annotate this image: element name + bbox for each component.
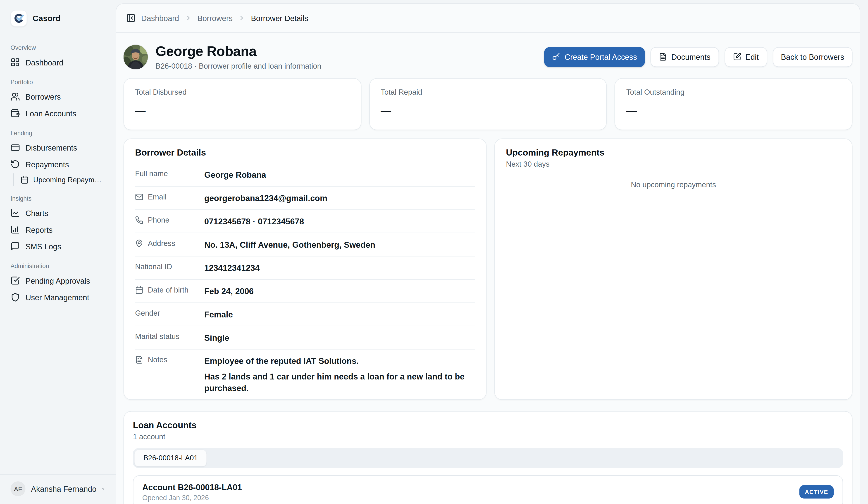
detail-row-date-of-birth: Date of birth Feb 24, 2006 (135, 279, 475, 303)
note-line: Has 2 lands and 1 car under him needs a … (204, 370, 475, 393)
detail-row-email: Email georgerobana1234@gmail.com (135, 187, 475, 210)
sidebar-item-borrowers[interactable]: Borrowers (6, 89, 111, 104)
sidebar-item-sms-logs[interactable]: SMS Logs (6, 239, 111, 254)
stat-value: — (381, 104, 595, 117)
sidebar-item-label: Loan Accounts (25, 109, 76, 118)
sidebar-item-pending-approvals[interactable]: Pending Approvals (6, 273, 111, 288)
loan-account-title: Account B26-00018-LA01 (142, 482, 242, 492)
loan-account-row[interactable]: Account B26-00018-LA01 Opened Jan 30, 20… (133, 475, 843, 504)
detail-label: Phone (135, 215, 204, 224)
app-root: Casord Overview Dashboard Portfolio Borr… (0, 0, 868, 504)
page-header: George Robana B26-00018 · Borrower profi… (124, 44, 852, 70)
button-label: Back to Borrowers (781, 52, 844, 61)
sidebar-nav: Overview Dashboard Portfolio Borrowers L… (0, 36, 116, 474)
section-label-portfolio: Portfolio (10, 79, 116, 85)
breadcrumb: Dashboard Borrowers Borrower Details (116, 4, 860, 33)
section-label-administration: Administration (10, 263, 116, 269)
file-text-icon (659, 53, 667, 61)
card-subtitle: Next 30 days (506, 160, 841, 168)
detail-row-marital-status: Marital status Single (135, 326, 475, 349)
map-pin-icon (135, 239, 143, 248)
credit-card-icon (10, 143, 20, 152)
sidebar-item-charts[interactable]: Charts (6, 205, 111, 221)
sidebar-item-user-management[interactable]: User Management (6, 290, 111, 304)
sidebar-item-label: Disbursements (25, 143, 77, 152)
note-line: Employee of the reputed IAT Solutions. (204, 355, 475, 366)
button-label: Documents (671, 52, 711, 61)
page-subtitle: B26-00018 · Borrower profile and loan in… (155, 62, 321, 70)
detail-label: Full name (135, 169, 204, 178)
sidebar-item-disbursements[interactable]: Disbursements (6, 140, 111, 155)
sidebar-item-repayments[interactable]: Repayments (6, 157, 111, 172)
sidebar-item-label: SMS Logs (25, 242, 61, 251)
breadcrumb-borrowers[interactable]: Borrowers (197, 13, 232, 22)
detail-value: Single (204, 332, 229, 343)
edit-button[interactable]: Edit (724, 47, 767, 67)
detail-label: Marital status (135, 332, 204, 340)
documents-button[interactable]: Documents (650, 47, 719, 67)
sidebar-item-dashboard[interactable]: Dashboard (6, 55, 111, 70)
square-pen-icon (733, 53, 741, 61)
sidebar-item-label: Charts (25, 209, 49, 218)
sidebar-item-label: Pending Approvals (25, 276, 90, 285)
tab-loan-account[interactable]: B26-00018-LA01 (134, 450, 207, 466)
sidebar-item-label: Repayments (25, 160, 69, 169)
detail-value: Female (204, 308, 233, 320)
chevrons-up-down-icon (102, 485, 105, 493)
page-content: George Robana B26-00018 · Borrower profi… (116, 33, 860, 504)
header-text: George Robana B26-00018 · Borrower profi… (155, 44, 321, 70)
user-avatar: AF (10, 481, 25, 496)
detail-value-notes: Employee of the reputed IAT Solutions. H… (204, 355, 475, 393)
phone-icon (135, 216, 143, 224)
sidebar-item-reports[interactable]: Reports (6, 222, 111, 237)
brand[interactable]: Casord (0, 10, 116, 27)
sidebar-item-upcoming-repayments[interactable]: Upcoming Repaym… (16, 173, 111, 186)
back-to-borrowers-button[interactable]: Back to Borrowers (773, 47, 852, 67)
section-label-overview: Overview (10, 44, 116, 51)
section-label-insights: Insights (10, 195, 116, 202)
card-title: Loan Accounts (133, 420, 843, 430)
detail-value: George Robana (204, 169, 266, 180)
borrower-photo (124, 45, 148, 69)
detail-label: Address (135, 239, 204, 247)
sidebar-item-label: User Management (25, 293, 89, 302)
loan-accounts-card: Loan Accounts 1 account B26-00018-LA01 A… (124, 411, 852, 504)
layout-grid-icon (10, 58, 20, 67)
card-title: Upcoming Repayments (506, 148, 841, 158)
sidebar-collapse-icon[interactable] (126, 13, 136, 23)
detail-row-full-name: Full name George Robana (135, 163, 475, 187)
create-portal-access-button[interactable]: Create Portal Access (544, 47, 645, 67)
stat-total-outstanding: Total Outstanding — (614, 78, 852, 130)
stat-value: — (626, 104, 841, 117)
detail-value: 0712345678 · 0712345678 (204, 215, 304, 226)
button-label: Edit (745, 52, 759, 61)
sidebar-item-loan-accounts[interactable]: Loan Accounts (6, 106, 111, 121)
sidebar: Casord Overview Dashboard Portfolio Borr… (0, 0, 116, 504)
chevron-right-icon (238, 14, 246, 22)
mail-icon (135, 192, 143, 201)
breadcrumb-current: Borrower Details (251, 13, 308, 22)
card-subtitle: 1 account (133, 432, 843, 441)
key-icon (552, 53, 560, 61)
sidebar-item-label: Borrowers (25, 92, 61, 101)
user-menu[interactable]: AF Akansha Fernando (0, 474, 116, 504)
detail-label: Notes (135, 355, 204, 364)
detail-label: National ID (135, 262, 204, 271)
detail-row-gender: Gender Female (135, 303, 475, 326)
sidebar-item-label: Dashboard (25, 58, 64, 67)
empty-state-text: No upcoming repayments (506, 180, 841, 189)
users-icon (10, 92, 20, 101)
shield-icon (10, 293, 20, 302)
header-actions: Create Portal Access Documents Edit Back… (544, 47, 852, 67)
breadcrumb-dashboard[interactable]: Dashboard (141, 13, 179, 22)
detail-rows: Full name George Robana Email georgeroba… (135, 163, 475, 400)
detail-label: Gender (135, 308, 204, 317)
file-text-icon (135, 355, 143, 364)
upcoming-repayments-card: Upcoming Repayments Next 30 days No upco… (494, 138, 852, 400)
detail-value: No. 13A, Cliff Avenue, Gothenberg, Swede… (204, 239, 375, 250)
section-label-lending: Lending (10, 130, 116, 136)
calendar-icon (135, 285, 143, 294)
stats-row: Total Disbursed — Total Repaid — Total O… (124, 78, 852, 130)
stat-total-repaid: Total Repaid — (369, 78, 607, 130)
loan-account-tabs: B26-00018-LA01 (133, 448, 843, 468)
